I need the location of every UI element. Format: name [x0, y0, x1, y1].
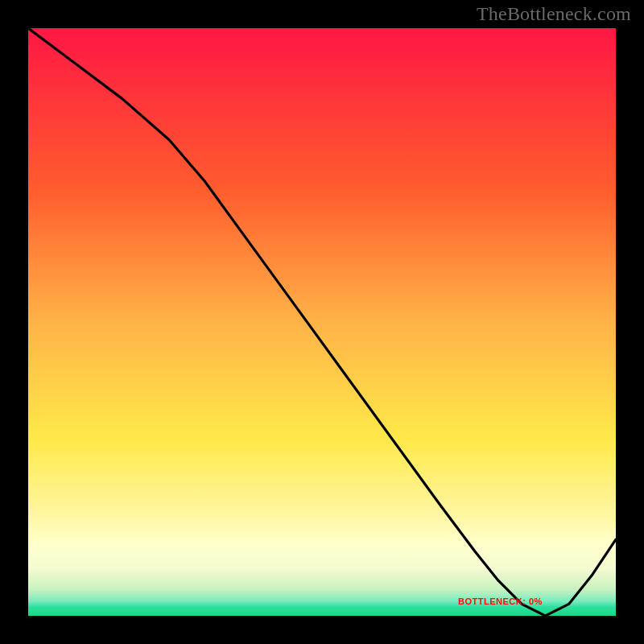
chart-frame: TheBottleneck.com BOTTLENECK: 0%	[0, 0, 644, 644]
watermark-text: TheBottleneck.com	[477, 3, 631, 25]
bottleneck-label: BOTTLENECK: 0%	[458, 597, 543, 606]
bottleneck-curve	[28, 28, 616, 616]
plot-area: BOTTLENECK: 0%	[28, 28, 616, 616]
